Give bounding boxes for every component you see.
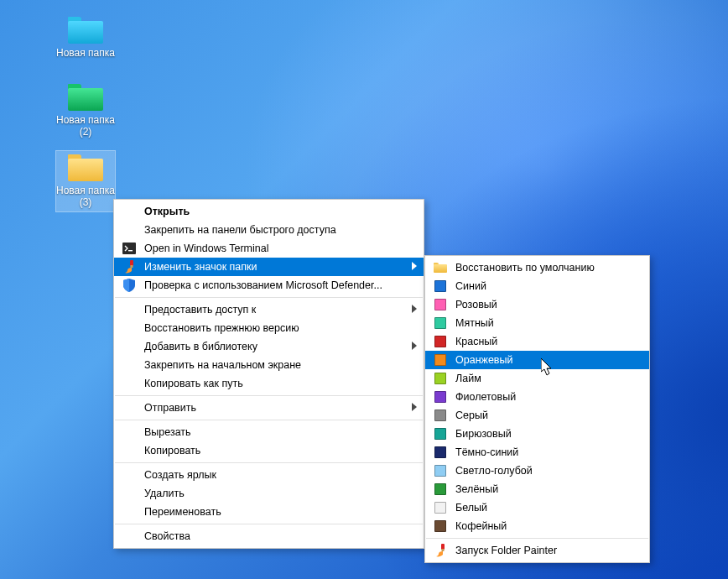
menu-item-label: Закрепить на начальном экране xyxy=(144,359,301,371)
menu-separator xyxy=(115,524,423,524)
menu-item-label: Бирюзовый xyxy=(455,428,512,440)
menu-item-label: Синий xyxy=(455,280,486,292)
menu-item-8[interactable]: Добавить в библиотеку xyxy=(114,337,424,356)
blank-icon xyxy=(121,468,138,482)
blank-icon xyxy=(121,505,138,519)
menu-item-label: Розовый xyxy=(455,299,497,310)
menu-item-3[interactable]: Изменить значок папки xyxy=(114,258,424,276)
menu-item-label: Открыть xyxy=(144,206,190,217)
menu-item-4[interactable]: Проверка с использованием Microsoft Defe… xyxy=(114,276,424,295)
blank-icon xyxy=(121,444,138,457)
desktop-folder-2[interactable]: Новая папка (2) xyxy=(56,84,115,138)
menu-item-21[interactable]: Свойства xyxy=(114,527,424,545)
submenu-item-16[interactable]: Запуск Folder Painter xyxy=(425,541,649,560)
color-swatch-icon xyxy=(432,427,449,441)
submenu-item-14[interactable]: Кофейный xyxy=(425,517,649,535)
menu-item-label: Оранжевый xyxy=(455,354,512,366)
menu-item-label: Светло-голубой xyxy=(455,465,533,477)
color-swatch-icon xyxy=(432,335,449,348)
color-swatch-icon xyxy=(432,316,449,330)
menu-item-0[interactable]: Открыть xyxy=(114,202,424,221)
blank-icon xyxy=(121,425,138,439)
color-swatch-icon xyxy=(432,390,449,404)
blank-icon xyxy=(121,377,138,390)
painter-icon xyxy=(121,260,138,274)
desktop-folder-1[interactable]: Новая папка xyxy=(56,17,115,59)
menu-item-15[interactable]: Копировать xyxy=(114,441,424,460)
desktop-folder-3[interactable]: Новая папка (3) xyxy=(56,151,115,211)
svg-rect-1 xyxy=(128,250,133,251)
folder-icon xyxy=(68,84,103,111)
submenu-item-9[interactable]: Бирюзовый xyxy=(425,425,649,443)
menu-item-label: Создать ярлык xyxy=(144,469,216,481)
menu-item-14[interactable]: Вырезать xyxy=(114,423,424,441)
color-swatch-icon xyxy=(432,372,449,385)
menu-item-label: Open in Windows Terminal xyxy=(144,243,268,254)
menu-separator xyxy=(115,420,423,420)
menu-item-12[interactable]: Отправить xyxy=(114,399,424,417)
color-swatch-icon xyxy=(432,298,449,311)
menu-item-label: Добавить в библиотеку xyxy=(144,341,257,352)
submenu-arrow-icon xyxy=(412,304,417,316)
submenu-item-4[interactable]: Красный xyxy=(425,332,649,351)
menu-item-label: Вырезать xyxy=(144,426,191,438)
menu-item-label: Зелёный xyxy=(455,483,498,495)
blank-icon xyxy=(121,303,138,316)
desktop-folder-label: Новая папка (3) xyxy=(56,185,115,208)
menu-item-label: Копировать как путь xyxy=(144,378,243,389)
blank-icon xyxy=(121,401,138,415)
desktop[interactable]: Новая папка Новая папка (2) Новая папка … xyxy=(0,0,728,579)
svg-rect-3 xyxy=(131,265,133,268)
blank-icon xyxy=(121,487,138,500)
menu-item-label: Отправить xyxy=(144,402,196,414)
blank-icon xyxy=(121,529,138,543)
submenu-item-1[interactable]: Синий xyxy=(425,277,649,295)
submenu-item-5[interactable]: Оранжевый xyxy=(425,351,649,369)
menu-item-label: Изменить значок папки xyxy=(144,261,257,273)
menu-item-7[interactable]: Восстановить прежнюю версию xyxy=(114,319,424,337)
desktop-folder-label: Новая папка (2) xyxy=(56,114,115,138)
menu-item-17[interactable]: Создать ярлык xyxy=(114,466,424,484)
menu-item-10[interactable]: Копировать как путь xyxy=(114,374,424,393)
submenu-item-2[interactable]: Розовый xyxy=(425,295,649,314)
menu-item-18[interactable]: Удалить xyxy=(114,484,424,503)
submenu-item-0[interactable]: Восстановить по умолчанию xyxy=(425,258,649,277)
menu-item-label: Запуск Folder Painter xyxy=(455,545,557,556)
color-swatch-icon xyxy=(432,482,449,496)
submenu-item-10[interactable]: Тёмно-синий xyxy=(425,443,649,462)
blank-icon xyxy=(121,205,138,218)
menu-separator xyxy=(115,395,423,396)
color-swatch-icon xyxy=(432,446,449,459)
menu-item-19[interactable]: Переименовать xyxy=(114,503,424,521)
svg-rect-4 xyxy=(441,544,445,550)
menu-item-1[interactable]: Закрепить на панели быстрого доступа xyxy=(114,221,424,239)
menu-item-label: Кофейный xyxy=(455,520,507,532)
blank-icon xyxy=(121,223,138,237)
submenu-item-3[interactable]: Мятный xyxy=(425,314,649,332)
menu-item-9[interactable]: Закрепить на начальном экране xyxy=(114,356,424,374)
submenu-arrow-icon xyxy=(412,402,417,414)
menu-item-label: Красный xyxy=(455,336,497,347)
menu-item-label: Свойства xyxy=(144,530,190,542)
folder-icon xyxy=(68,17,103,44)
menu-item-label: Мятный xyxy=(455,317,494,329)
menu-separator xyxy=(115,462,423,463)
submenu-item-12[interactable]: Зелёный xyxy=(425,480,649,498)
menu-item-label: Фиолетовый xyxy=(455,391,516,403)
menu-item-label: Проверка с использованием Microsoft Defe… xyxy=(144,279,382,291)
color-swatch-icon xyxy=(432,501,449,514)
color-swatch-icon xyxy=(432,519,449,533)
menu-item-2[interactable]: Open in Windows Terminal xyxy=(114,239,424,258)
submenu-arrow-icon xyxy=(412,341,417,352)
blank-icon xyxy=(121,340,138,353)
submenu-item-8[interactable]: Серый xyxy=(425,406,649,425)
submenu-item-11[interactable]: Светло-голубой xyxy=(425,462,649,480)
color-swatch-icon xyxy=(432,279,449,293)
menu-item-6[interactable]: Предоставить доступ к xyxy=(114,300,424,319)
submenu-item-7[interactable]: Фиолетовый xyxy=(425,388,649,406)
terminal-icon xyxy=(121,242,138,255)
submenu-item-6[interactable]: Лайм xyxy=(425,369,649,388)
menu-item-label: Белый xyxy=(455,502,487,514)
submenu-item-13[interactable]: Белый xyxy=(425,498,649,517)
color-swatch-icon xyxy=(432,464,449,477)
